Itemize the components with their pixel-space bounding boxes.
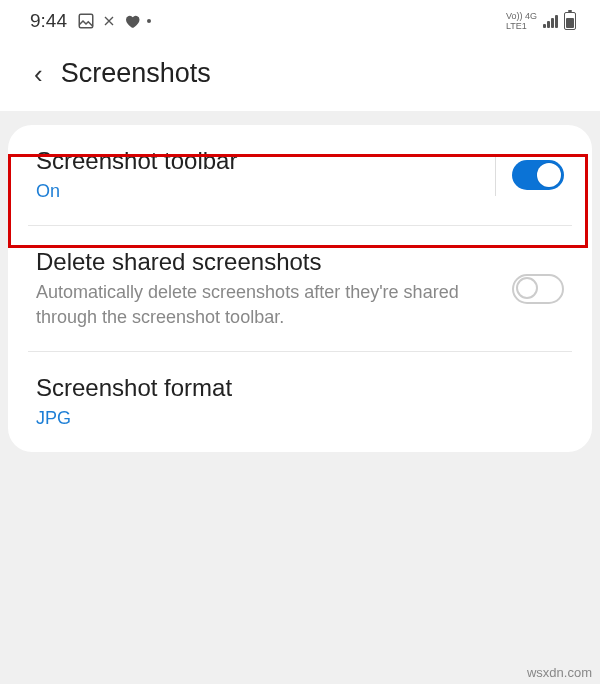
heart-icon: [123, 12, 141, 30]
vertical-divider: [495, 154, 496, 196]
setting-status: On: [36, 179, 479, 203]
delete-toggle[interactable]: [512, 274, 564, 304]
page-header: ‹ Screenshots: [0, 40, 600, 111]
status-time: 9:44: [30, 10, 67, 32]
setting-screenshot-format[interactable]: Screenshot format JPG: [8, 352, 592, 452]
status-icons: [77, 12, 151, 30]
setting-delete-shared[interactable]: Delete shared screenshots Automatically …: [8, 226, 592, 351]
settings-card: Screenshot toolbar On Delete shared scre…: [8, 125, 592, 452]
status-right: Vo)) 4G LTE1: [506, 11, 576, 31]
setting-description: Automatically delete screenshots after t…: [36, 280, 496, 329]
setting-title: Screenshot toolbar: [36, 147, 479, 175]
setting-value: JPG: [36, 406, 564, 430]
toolbar-toggle[interactable]: [512, 160, 564, 190]
back-button[interactable]: ‹: [34, 61, 43, 87]
page-title: Screenshots: [61, 58, 211, 89]
setting-title: Screenshot format: [36, 374, 564, 402]
network-label: Vo)) 4G LTE1: [506, 11, 537, 31]
setting-screenshot-toolbar[interactable]: Screenshot toolbar On: [8, 125, 592, 225]
setting-title: Delete shared screenshots: [36, 248, 496, 276]
dot-icon: [147, 19, 151, 23]
image-icon: [77, 12, 95, 30]
signal-icon: [543, 14, 558, 28]
status-bar: 9:44 Vo)) 4G LTE1: [0, 0, 600, 40]
content-area: Screenshot toolbar On Delete shared scre…: [0, 111, 600, 452]
battery-icon: [564, 12, 576, 30]
svg-rect-0: [79, 14, 93, 28]
watermark: wsxdn.com: [527, 665, 592, 680]
cross-icon: [101, 13, 117, 29]
status-left: 9:44: [30, 10, 151, 32]
